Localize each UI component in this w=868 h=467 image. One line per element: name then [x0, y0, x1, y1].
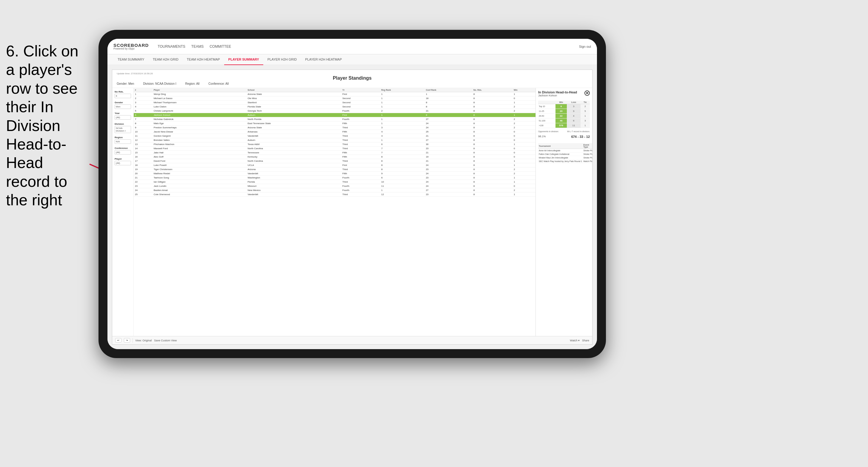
conference-label: Conference	[115, 147, 131, 150]
table-row[interactable]: 3 Michael Thorbjornsen Stanford Second 1…	[134, 100, 535, 105]
h2h-close-button[interactable]: ✕	[584, 90, 590, 96]
col-tournament: Tournament	[538, 143, 583, 149]
cell-school: Tennessee	[246, 151, 341, 155]
conference-value[interactable]: (All)	[115, 150, 131, 155]
cell-num: 11	[134, 134, 153, 138]
cell-yr: Fifth	[341, 151, 380, 155]
col-num: #	[134, 88, 153, 92]
cell-school: UCLA	[246, 163, 341, 167]
filter-player-group: Player (All)	[115, 158, 131, 165]
cell-rds: 8	[472, 142, 513, 147]
gender-value[interactable]: Men	[115, 104, 131, 109]
view-original-label[interactable]: View: Original	[135, 339, 152, 342]
table-row[interactable]: 21 Taehoon Song Washington Fourth 6 23 8…	[134, 176, 535, 180]
toolbar-right: Watch ▾ Share	[570, 339, 589, 342]
tab-player-h2h-heatmap[interactable]: PLAYER H2H HEATMAP	[301, 54, 346, 65]
cell-num: 10	[134, 130, 153, 134]
table-row[interactable]: 16 Alex Goff Kentucky Fifth 8 19 8 0	[134, 155, 535, 159]
table-row[interactable]: 7 Nicholas Gabrelcik North Florida Fourt…	[134, 117, 535, 121]
filter-gender: Gender: Men	[117, 82, 134, 85]
cell-yr: Fifth	[341, 121, 380, 126]
h2h-stats-row: 98.1% 674 - 33 - 12	[538, 135, 590, 141]
table-row[interactable]: 24 Bastien Amat New Mexico Fourth 1 27 8…	[134, 188, 535, 192]
cell-school: Arizona	[246, 167, 341, 172]
tournament-row: Amer Ari Intercollegiate Stroke Play 4 -…	[538, 149, 592, 153]
table-row[interactable]: 12 Brendan Valles Auburn Third 1 27 8 0	[134, 138, 535, 142]
cell-yr: Third	[341, 167, 380, 172]
h2h-table-row: Top 10 8 3 2	[538, 104, 590, 109]
tab-player-summary[interactable]: PLAYER SUMMARY	[224, 54, 263, 65]
cell-reg: 4	[380, 134, 425, 138]
table-row[interactable]: 14 Maxwell Ford North Carolina Third 7 2…	[134, 147, 535, 151]
cell-yr: First	[341, 113, 380, 117]
table-row[interactable]: 8 Mats Ege East Tennessee State Fifth 1 …	[134, 121, 535, 126]
table-row[interactable]: 20 Matthew Riedel Vanderbilt Fifth 9 24 …	[134, 172, 535, 176]
watch-button[interactable]: Watch ▾	[570, 339, 580, 342]
player-value[interactable]: (All)	[115, 161, 131, 165]
nav-tournaments[interactable]: TOURNAMENTS	[158, 43, 185, 50]
table-row[interactable]: 9 Preston Summerhays Arizona State Third…	[134, 126, 535, 130]
cell-yr: Third	[341, 192, 380, 197]
nav-bar: SCOREBOARD Powered by clippi TOURNAMENTS…	[107, 39, 597, 54]
tab-team-summary[interactable]: TEAM SUMMARY	[114, 54, 149, 65]
table-row[interactable]: 22 Ian Gilligan Florida Third 10 24 8 1	[134, 180, 535, 184]
cell-win: 0	[513, 155, 535, 159]
table-row[interactable]: 10 Jacob New-Dewar Arkansas Fifth 4 25 8…	[134, 130, 535, 134]
h2h-table-body: Top 10 8 3 2 11-25 20 9 5 26-50 22 4 1 5…	[538, 104, 590, 128]
save-custom-label[interactable]: Save Custom View	[154, 339, 177, 342]
table-row[interactable]: 25 Cole Sherwood Vanderbilt Third 12 23 …	[134, 192, 535, 197]
table-row[interactable]: 6 Jackson Koivun Auburn First 1 8 8 1	[134, 113, 535, 117]
h2h-row-label: 26-50	[538, 114, 556, 119]
table-row[interactable]: 23 Jack Lundin Missouri Fourth 11 24 8 0	[134, 184, 535, 188]
undo-button[interactable]: ↩	[115, 338, 122, 343]
logo: SCOREBOARD Powered by clippi	[114, 43, 149, 50]
cell-rds: 8	[472, 180, 513, 184]
cell-reg: 1	[380, 105, 425, 109]
cell-win: 0	[513, 151, 535, 155]
cell-conf: 24	[425, 126, 472, 130]
sign-out-link[interactable]: Sign out	[579, 45, 591, 48]
table-row[interactable]: 11 Gordon Sargent Vanderbilt Third 4 21 …	[134, 134, 535, 138]
player-label: Player	[115, 158, 131, 160]
h2h-player-name: Jackson Koivun	[538, 94, 577, 97]
gender-label: Gender	[115, 101, 131, 104]
cell-win: 1	[513, 163, 535, 167]
tournament-type: Stroke Play	[583, 156, 592, 160]
table-row[interactable]: 13 Phichaksn Maichon Texas A&M Third 6 3…	[134, 142, 535, 147]
nav-teams[interactable]: TEAMS	[191, 43, 204, 50]
dashboard: Update time: 27/03/2024 16:56:26 Player …	[112, 69, 592, 345]
table-row[interactable]: 1 Wenyi Ding Arizona State First 1 1 8 1	[134, 92, 535, 96]
cell-reg: 7	[380, 147, 425, 151]
table-row[interactable]: 17 David Ford North Carolina Third 8 21 …	[134, 159, 535, 163]
tab-player-h2h-grid[interactable]: PLAYER H2H GRID	[263, 54, 301, 65]
cell-rds: 8	[472, 117, 513, 121]
no-rds-value[interactable]: 6	[115, 94, 131, 98]
share-button[interactable]: Share	[582, 339, 589, 342]
table-row[interactable]: 2 Michael La Sasso Ole Miss Second 1 18 …	[134, 96, 535, 100]
h2h-opponents-pct: 98.1%	[538, 135, 546, 141]
nav-committee[interactable]: COMMITTEE	[210, 43, 231, 50]
tab-team-h2h-heatmap[interactable]: TEAM H2H HEATMAP	[183, 54, 224, 65]
cell-num: 18	[134, 163, 153, 167]
cell-conf: 24	[425, 172, 472, 176]
cell-reg: 11	[380, 184, 425, 188]
table-row[interactable]: 5 Christo Lamprecht Georgia Tech Fourth …	[134, 109, 535, 113]
year-value[interactable]: (All)	[115, 115, 131, 120]
cell-yr: Third	[341, 180, 380, 184]
cell-win: 0	[513, 138, 535, 142]
filter-conference-group: Conference (All)	[115, 147, 131, 155]
cell-reg: 1	[380, 117, 425, 121]
division-value[interactable]: NCAA Division I	[115, 126, 131, 133]
redo-button[interactable]: ↪	[124, 338, 130, 343]
cell-rds: 8	[472, 113, 513, 117]
region-value[interactable]: N/A	[115, 139, 131, 144]
cell-yr: Third	[341, 147, 380, 151]
table-row[interactable]: 15 Jake Hall Tennessee Fifth 7 21 8 0	[134, 151, 535, 155]
logo-title: SCOREBOARD	[114, 43, 149, 48]
cell-yr: Fourth	[341, 109, 380, 113]
cell-rds: 8	[472, 184, 513, 188]
table-row[interactable]: 4 Luke Claton Florida State Second 1 8 8…	[134, 105, 535, 109]
table-row[interactable]: 18 Luke Powell UCLA First 8 24 8 1	[134, 163, 535, 167]
table-row[interactable]: 19 Tiger Christensen Arizona Third 8 23 …	[134, 167, 535, 172]
tab-team-h2h-grid[interactable]: TEAM H2H GRID	[149, 54, 183, 65]
